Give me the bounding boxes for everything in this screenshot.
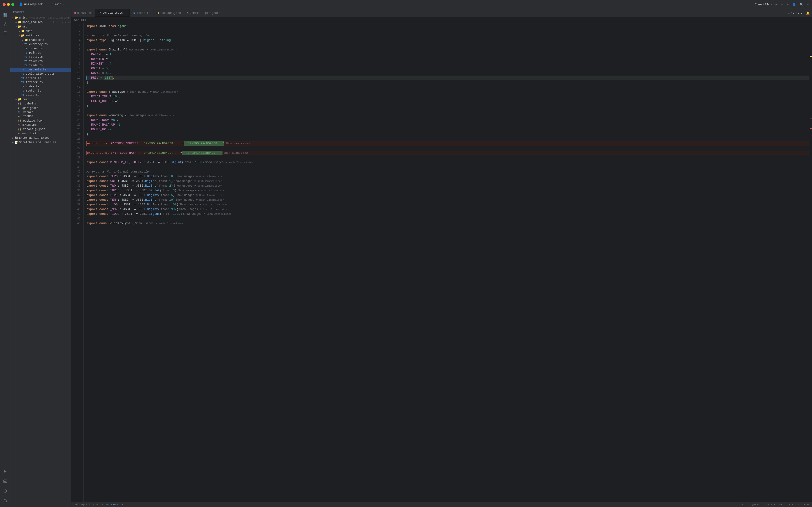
- account-icon[interactable]: 👤: [792, 3, 796, 6]
- svg-rect-9: [4, 32, 7, 32]
- ts-file-icon: TS: [21, 73, 24, 75]
- nav-up[interactable]: ∧: [798, 11, 800, 14]
- current-file-button[interactable]: Current File ▾: [755, 3, 772, 6]
- ts-file-icon: TS: [24, 52, 27, 54]
- ts-icon: TS: [98, 11, 101, 14]
- tree-item-router-ts[interactable]: TS router.ts: [10, 89, 71, 93]
- tab-close-button[interactable]: ✕: [124, 11, 126, 15]
- tree-label: uniswap-sdk: [19, 16, 29, 19]
- ts-file-icon: TS: [21, 86, 24, 88]
- tree-item-package-json[interactable]: {} package.json: [10, 119, 71, 123]
- tree-item-node-modules[interactable]: ▶ 📁 node_modules library root: [10, 20, 71, 24]
- expand-arrow: ▾: [11, 16, 14, 19]
- code-line-35: export const TWO : JSBI = JSBI.BigInt(fr…: [87, 183, 809, 188]
- code-line-29: [87, 155, 809, 160]
- folder-icon: 📁: [21, 30, 25, 33]
- tab-more-button[interactable]: ⋯: [502, 9, 509, 17]
- gitignore-file-icon: ⊘: [18, 106, 19, 110]
- line-numbers: 12345 678910 1112131415 1617181920 21222…: [71, 23, 84, 502]
- tree-item-entities[interactable]: ▾ 📂 entities: [10, 33, 71, 38]
- encoding[interactable]: UTF-8: [786, 503, 794, 506]
- check-icon: ✓: [793, 11, 795, 14]
- line-separator[interactable]: LF: [779, 503, 782, 506]
- tree-item-test[interactable]: ▶ 📁 test: [10, 97, 71, 102]
- debug-button[interactable]: ⚙: [781, 3, 783, 6]
- sidebar-icon-terminal[interactable]: [1, 477, 9, 486]
- tree-item-scratches[interactable]: ▶ 📝 Scratches and Consoles: [10, 140, 71, 145]
- sidebar-icon-debug[interactable]: [1, 487, 9, 495]
- run-button[interactable]: ▶: [775, 3, 777, 6]
- code-line-31: [87, 165, 809, 169]
- project-selector[interactable]: 👤 uniswap-sdk ▾: [19, 2, 46, 6]
- language[interactable]: TypeScript 5.4.3: [750, 503, 775, 506]
- ts-file-icon: TS: [24, 56, 27, 58]
- code-line-39: export const _100 : JSBI = JSBI.BigInt(f…: [87, 202, 809, 207]
- tree-item-pair-ts[interactable]: TS pair.ts: [10, 51, 71, 55]
- tree-item-index2-ts[interactable]: TS index.ts: [10, 84, 71, 89]
- tree-item-trade-ts[interactable]: TS trade.ts: [10, 63, 71, 68]
- folder-icon: 📁: [24, 38, 28, 42]
- tree-item-uniswap-sdk[interactable]: ▾ 📂 uniswap-sdk ~/WebstormProjects/unisw…: [10, 15, 71, 20]
- tree-label: fetcher.ts: [26, 81, 71, 84]
- branch-selector[interactable]: ⎇ main ▾: [51, 3, 64, 6]
- tree-item-currency-ts[interactable]: TS currency.ts: [10, 42, 71, 47]
- tree-item-declarations-d-ts[interactable]: TS declarations.d.ts: [10, 72, 71, 76]
- tree-label: Scratches and Consoles: [19, 141, 71, 144]
- status-left: uniswap-sdk › src › constants.ts: [74, 503, 123, 506]
- code-line-5: [87, 43, 809, 47]
- sidebar-icon-git[interactable]: [1, 20, 9, 28]
- tree-item-abis[interactable]: ▶ 📁 abis: [10, 29, 71, 33]
- tree-item-constants-ts[interactable]: TS constants.ts: [10, 68, 71, 72]
- code-line-2: [87, 29, 809, 33]
- maximize-button[interactable]: [11, 3, 14, 6]
- error-nav[interactable]: ⚠ 3 ✓ 8 ∧ ∨: [788, 9, 805, 17]
- tree-item-index-ts[interactable]: TS index.ts: [10, 47, 71, 51]
- tab-readme[interactable]: M README.md: [71, 9, 95, 17]
- minimize-button[interactable]: [7, 3, 10, 6]
- settings-icon[interactable]: ⚙: [807, 3, 809, 6]
- tree-label: router.ts: [26, 89, 71, 93]
- tree-item-gitignore[interactable]: ⊘ .gitignore: [10, 106, 71, 110]
- search-icon[interactable]: 🔍: [800, 3, 804, 6]
- code-line-18: }: [87, 104, 809, 108]
- more-button[interactable]: ⋯: [786, 3, 789, 6]
- cursor-position[interactable]: 13:2: [740, 503, 747, 506]
- folder-icon: 📁: [18, 98, 21, 101]
- md-file-icon: M: [18, 123, 19, 127]
- file-tree-header: Project: [10, 9, 71, 15]
- tree-item-tsconfig-json[interactable]: {} tsconfig.json: [10, 127, 71, 131]
- tree-item-yarn-lock[interactable]: ≡ yarn.lock: [10, 131, 71, 136]
- tree-item-fetcher-ts[interactable]: TS fetcher.ts: [10, 80, 71, 84]
- tree-item-src[interactable]: ▾ 📂 src: [10, 24, 71, 29]
- sidebar-icon-structure[interactable]: [1, 29, 9, 37]
- project-name: uniswap-sdk: [24, 3, 43, 6]
- tree-item-external-libraries[interactable]: ▶ 📚 External Libraries: [10, 136, 71, 140]
- tree-item-readme-md[interactable]: M README.md: [10, 123, 71, 127]
- tab-constants[interactable]: TS constants.ts ✕: [95, 9, 130, 17]
- indent[interactable]: 2 spaces: [797, 503, 810, 506]
- code-editor[interactable]: import JSBI from 'jsbi' // exports for e…: [84, 23, 809, 502]
- sidebar-icon-run[interactable]: [1, 467, 9, 475]
- tree-item-LICENSE[interactable]: ≡ LICENSE: [10, 115, 71, 119]
- tree-item-utils-ts[interactable]: TS utils.ts: [10, 93, 71, 97]
- tree-label: trade.ts: [29, 64, 71, 67]
- editor-settings-button[interactable]: 🔔: [806, 9, 812, 17]
- tree-item-errors-ts[interactable]: TS errors.ts: [10, 76, 71, 80]
- file-status: constants.ts: [105, 503, 123, 506]
- code-line-19: [87, 108, 809, 113]
- tree-item-fractions[interactable]: ▶ 📁 fractions: [10, 38, 71, 42]
- tree-item-token-ts[interactable]: TS token.ts: [10, 59, 71, 63]
- tree-item-yarnrc[interactable]: ≡ .yarnrc: [10, 110, 71, 115]
- sidebar-icon-project[interactable]: [1, 11, 9, 19]
- nav-down[interactable]: ∨: [801, 11, 802, 14]
- tab-gitignore[interactable]: ✎ Commit: .gitignore: [184, 9, 223, 17]
- tab-token[interactable]: TS token.ts: [130, 9, 153, 17]
- tree-item-babelrc[interactable]: {} .babelrc: [10, 102, 71, 106]
- tab-bar: M README.md TS constants.ts ✕ TS token.t…: [71, 9, 812, 17]
- code-line-26: export const FACTORY_ADDRESS : '0x59547F…: [87, 141, 809, 146]
- right-gutter: [809, 23, 812, 502]
- tab-package[interactable]: {} package.json: [153, 9, 184, 17]
- close-button[interactable]: [3, 3, 6, 6]
- tree-item-route-ts[interactable]: TS route.ts: [10, 55, 71, 59]
- sidebar-icon-notifications[interactable]: [1, 497, 9, 505]
